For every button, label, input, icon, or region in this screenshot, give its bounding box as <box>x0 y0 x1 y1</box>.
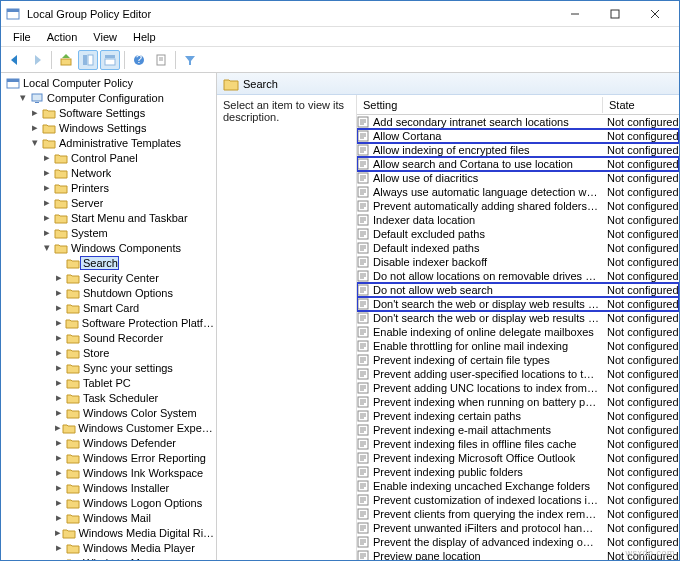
tree-root[interactable]: Local Computer Policy <box>5 75 216 90</box>
tree-item[interactable]: ▸System <box>5 225 216 240</box>
tree-item[interactable]: ▸Tablet PC <box>5 375 216 390</box>
setting-row[interactable]: Default indexed pathsNot configured <box>357 241 679 255</box>
tree-item[interactable]: ▸Windows Media Player <box>5 540 216 555</box>
expand-icon[interactable]: ▸ <box>53 421 62 434</box>
tree-item[interactable]: ▸Sync your settings <box>5 360 216 375</box>
expand-icon[interactable]: ▸ <box>41 166 53 179</box>
tree-item[interactable]: ▸Windows Mail <box>5 510 216 525</box>
expand-icon[interactable]: ▸ <box>53 271 65 284</box>
tree-pane[interactable]: Local Computer Policy ▾ Computer Configu… <box>1 73 217 560</box>
expand-icon[interactable]: ▸ <box>53 361 65 374</box>
tree-item[interactable]: ▸Windows Logon Options <box>5 495 216 510</box>
up-button[interactable] <box>56 50 76 70</box>
expand-icon[interactable]: ▸ <box>53 376 65 389</box>
setting-row[interactable]: Prevent indexing files in offline files … <box>357 437 679 451</box>
setting-row[interactable]: Allow use of diacriticsNot configured <box>357 171 679 185</box>
expand-icon[interactable]: ▸ <box>29 121 41 134</box>
expand-icon[interactable]: ▸ <box>41 196 53 209</box>
tree-computer-config[interactable]: ▾ Computer Configuration <box>5 90 216 105</box>
expand-icon[interactable]: ▸ <box>53 301 65 314</box>
tree-windows-components[interactable]: ▾Windows Components <box>5 240 216 255</box>
expand-icon[interactable]: ▸ <box>53 331 65 344</box>
setting-row[interactable]: Prevent customization of indexed locatio… <box>357 493 679 507</box>
setting-row[interactable]: Don't search the web or display web resu… <box>357 311 679 325</box>
tree-item[interactable]: ▸Smart Card <box>5 300 216 315</box>
menu-help[interactable]: Help <box>125 29 164 45</box>
tree-item[interactable]: ▸Shutdown Options <box>5 285 216 300</box>
tree-item[interactable]: ▸Security Center <box>5 270 216 285</box>
tree-item[interactable]: ▸Network <box>5 165 216 180</box>
setting-row[interactable]: Indexer data locationNot configured <box>357 213 679 227</box>
setting-row[interactable]: Prevent indexing Microsoft Office Outloo… <box>357 451 679 465</box>
tree-item[interactable]: ▸Software Protection Platform <box>5 315 216 330</box>
properties-button[interactable] <box>151 50 171 70</box>
setting-row[interactable]: Disable indexer backoffNot configured <box>357 255 679 269</box>
tree-item[interactable]: ▸Windows Messenger <box>5 555 216 560</box>
expand-icon[interactable]: ▸ <box>53 556 65 560</box>
tree-item[interactable]: ▸Sound Recorder <box>5 330 216 345</box>
close-button[interactable] <box>635 1 675 27</box>
expand-icon[interactable]: ▸ <box>53 286 65 299</box>
list-body[interactable]: Add secondary intranet search locationsN… <box>357 115 679 560</box>
setting-row[interactable]: Prevent indexing of certain file typesNo… <box>357 353 679 367</box>
tree-item[interactable]: ▸Store <box>5 345 216 360</box>
setting-row[interactable]: Allow indexing of encrypted filesNot con… <box>357 143 679 157</box>
column-state[interactable]: State <box>603 97 679 113</box>
menu-file[interactable]: File <box>5 29 39 45</box>
menu-view[interactable]: View <box>85 29 125 45</box>
expand-icon[interactable]: ▸ <box>41 226 53 239</box>
expand-icon[interactable]: ▸ <box>53 496 65 509</box>
collapse-icon[interactable]: ▾ <box>41 241 53 254</box>
help-button[interactable]: ? <box>129 50 149 70</box>
expand-icon[interactable]: ▸ <box>53 346 65 359</box>
tree-item[interactable]: ▸Control Panel <box>5 150 216 165</box>
expand-icon[interactable]: ▸ <box>29 106 41 119</box>
expand-icon[interactable]: ▸ <box>41 181 53 194</box>
setting-row[interactable]: Prevent the display of advanced indexing… <box>357 535 679 549</box>
setting-row[interactable]: Enable indexing uncached Exchange folder… <box>357 479 679 493</box>
tree-search[interactable]: Search <box>5 255 216 270</box>
setting-row[interactable]: Default excluded pathsNot configured <box>357 227 679 241</box>
menu-action[interactable]: Action <box>39 29 86 45</box>
expand-icon[interactable]: ▸ <box>53 466 65 479</box>
tree-item[interactable]: ▸Windows Media Digital Rights Mana <box>5 525 216 540</box>
setting-row[interactable]: Enable throttling for online mail indexi… <box>357 339 679 353</box>
back-button[interactable] <box>5 50 25 70</box>
setting-row[interactable]: Prevent indexing certain pathsNot config… <box>357 409 679 423</box>
collapse-icon[interactable]: ▾ <box>17 91 29 104</box>
setting-row[interactable]: Prevent adding user-specified locations … <box>357 367 679 381</box>
collapse-icon[interactable]: ▾ <box>29 136 41 149</box>
expand-icon[interactable]: ▸ <box>41 211 53 224</box>
setting-row[interactable]: Prevent indexing when running on battery… <box>357 395 679 409</box>
filter-button[interactable] <box>180 50 200 70</box>
tree-item[interactable]: ▸Windows Error Reporting <box>5 450 216 465</box>
setting-row[interactable]: Allow CortanaNot configured <box>357 129 679 143</box>
tree-item[interactable]: ▸Printers <box>5 180 216 195</box>
expand-icon[interactable]: ▸ <box>53 406 65 419</box>
tree-item[interactable]: ▸Task Scheduler <box>5 390 216 405</box>
expand-icon[interactable]: ▸ <box>53 541 65 554</box>
setting-row[interactable]: Do not allow web searchNot configured <box>357 283 679 297</box>
expand-icon[interactable]: ▸ <box>53 451 65 464</box>
maximize-button[interactable] <box>595 1 635 27</box>
tree-admin-templates[interactable]: ▾ Administrative Templates <box>5 135 216 150</box>
expand-icon[interactable]: ▸ <box>53 316 65 329</box>
tree-windows-settings[interactable]: ▸ Windows Settings <box>5 120 216 135</box>
show-tree-button[interactable] <box>78 50 98 70</box>
setting-row[interactable]: Do not allow locations on removable driv… <box>357 269 679 283</box>
tree-software-settings[interactable]: ▸ Software Settings <box>5 105 216 120</box>
setting-row[interactable]: Always use automatic language detection … <box>357 185 679 199</box>
setting-row[interactable]: Enable indexing of online delegate mailb… <box>357 325 679 339</box>
expand-icon[interactable]: ▸ <box>53 436 65 449</box>
setting-row[interactable]: Allow search and Cortana to use location… <box>357 157 679 171</box>
setting-row[interactable]: Prevent clients from querying the index … <box>357 507 679 521</box>
expand-icon[interactable]: ▸ <box>53 481 65 494</box>
setting-row[interactable]: Prevent indexing e-mail attachmentsNot c… <box>357 423 679 437</box>
column-setting[interactable]: Setting <box>357 97 603 113</box>
setting-row[interactable]: Prevent adding UNC locations to index fr… <box>357 381 679 395</box>
minimize-button[interactable] <box>555 1 595 27</box>
setting-row[interactable]: Preview pane locationNot configured <box>357 549 679 560</box>
expand-icon[interactable]: ▸ <box>41 151 53 164</box>
tree-item[interactable]: ▸Server <box>5 195 216 210</box>
expand-icon[interactable]: ▸ <box>53 511 65 524</box>
